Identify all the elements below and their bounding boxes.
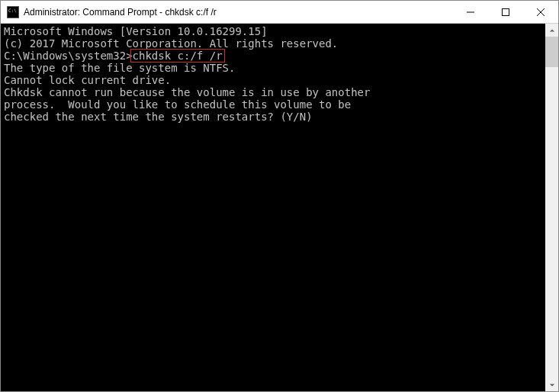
maximize-icon [502, 8, 509, 16]
vertical-scrollbar[interactable] [545, 24, 558, 391]
chevron-down-icon [549, 382, 555, 388]
console-line: checked the next time the system restart… [4, 111, 545, 123]
close-icon [537, 8, 545, 16]
console-line: process. Would you like to schedule this… [4, 98, 545, 111]
cmd-icon [7, 6, 19, 18]
console-output[interactable]: Microsoft Windows [Version 10.0.16299.15… [1, 24, 545, 391]
console-line: Chkdsk cannot run because the volume is … [4, 86, 545, 98]
scrollbar-track[interactable] [545, 37, 558, 378]
window-controls [453, 1, 558, 23]
console-line: The type of the file system is NTFS. [4, 62, 545, 74]
minimize-button[interactable] [453, 1, 488, 23]
prompt-path: C:\Windows\system32> [4, 50, 133, 62]
chevron-up-icon [549, 27, 555, 34]
scrollbar-up-button[interactable] [545, 24, 558, 37]
titlebar: Administrator: Command Prompt - chkdsk c… [1, 1, 558, 24]
minimize-icon [467, 8, 474, 16]
console-line: Microsoft Windows [Version 10.0.16299.15… [4, 25, 545, 37]
client-area: Microsoft Windows [Version 10.0.16299.15… [1, 24, 558, 391]
close-button[interactable] [523, 1, 558, 23]
window-title: Administrator: Command Prompt - chkdsk c… [24, 7, 217, 18]
scrollbar-thumb[interactable] [545, 37, 558, 67]
console-prompt-line: C:\Windows\system32>chkdsk c:/f /r [4, 50, 545, 62]
scrollbar-down-button[interactable] [545, 378, 558, 391]
console-line: (c) 2017 Microsoft Corporation. All righ… [4, 37, 545, 50]
command-highlight: chkdsk c:/f /r [130, 49, 225, 63]
console-line: Cannot lock current drive. [4, 74, 545, 86]
svg-rect-1 [503, 8, 509, 15]
maximize-button[interactable] [488, 1, 523, 23]
